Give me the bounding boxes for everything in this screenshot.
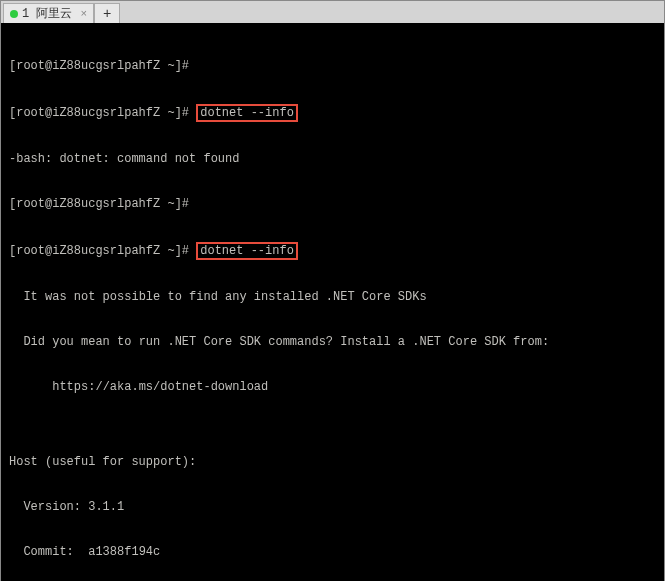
- terminal-line: Did you mean to run .NET Core SDK comman…: [9, 335, 656, 350]
- highlighted-command: dotnet --info: [196, 104, 298, 122]
- tabbar-1: 1 阿里云 × +: [1, 1, 664, 23]
- prompt: [root@iZ88ucgsrlpahfZ ~]#: [9, 106, 196, 120]
- highlighted-command: dotnet --info: [196, 242, 298, 260]
- terminal-line: Version: 3.1.1: [9, 500, 656, 515]
- terminal-line: [root@iZ88ucgsrlpahfZ ~]# dotnet --info: [9, 242, 656, 260]
- terminal-output-1[interactable]: [root@iZ88ucgsrlpahfZ ~]# [root@iZ88ucgs…: [1, 23, 664, 581]
- plus-icon: +: [103, 6, 111, 22]
- terminal-line: [root@iZ88ucgsrlpahfZ ~]#: [9, 197, 656, 212]
- terminal-line: Commit: a1388f194c: [9, 545, 656, 560]
- terminal-line: It was not possible to find any installe…: [9, 290, 656, 305]
- terminal-line: [root@iZ88ucgsrlpahfZ ~]# dotnet --info: [9, 104, 656, 122]
- terminal-line: -bash: dotnet: command not found: [9, 152, 656, 167]
- terminal-window-1: 1 阿里云 × + [root@iZ88ucgsrlpahfZ ~]# [roo…: [0, 0, 665, 581]
- tab-1[interactable]: 1 阿里云 ×: [3, 3, 94, 23]
- status-dot-icon: [10, 10, 18, 18]
- close-icon[interactable]: ×: [80, 8, 87, 20]
- prompt: [root@iZ88ucgsrlpahfZ ~]#: [9, 244, 196, 258]
- tab-label: 1 阿里云: [22, 5, 72, 22]
- terminal-line: Host (useful for support):: [9, 455, 656, 470]
- add-tab-button[interactable]: +: [94, 3, 120, 23]
- terminal-line: https://aka.ms/dotnet-download: [9, 380, 656, 395]
- terminal-line: [root@iZ88ucgsrlpahfZ ~]#: [9, 59, 656, 74]
